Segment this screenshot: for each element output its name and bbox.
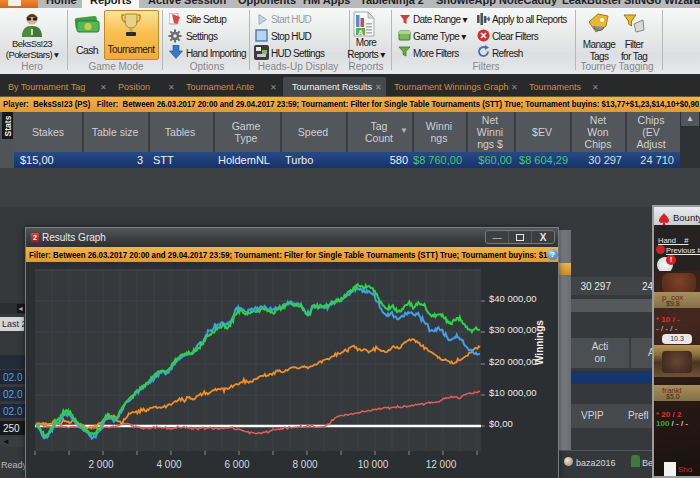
svg-text:6 000: 6 000: [224, 459, 249, 470]
svg-text:10 000: 10 000: [358, 459, 389, 470]
svg-text:12 000: 12 000: [426, 459, 457, 470]
svg-text:$40 000,00: $40 000,00: [489, 293, 537, 304]
svg-text:2 000: 2 000: [88, 459, 113, 470]
svg-text:Winnings: Winnings: [534, 320, 545, 365]
svg-text:4 000: 4 000: [156, 459, 181, 470]
svg-text:$10 000,00: $10 000,00: [489, 387, 537, 398]
svg-text:$20 000,00: $20 000,00: [489, 356, 537, 367]
svg-text:$0,00: $0,00: [489, 418, 513, 429]
svg-text:$30 000,00: $30 000,00: [489, 324, 537, 335]
svg-text:8 000: 8 000: [292, 459, 317, 470]
svg-text:A: A: [358, 29, 363, 36]
